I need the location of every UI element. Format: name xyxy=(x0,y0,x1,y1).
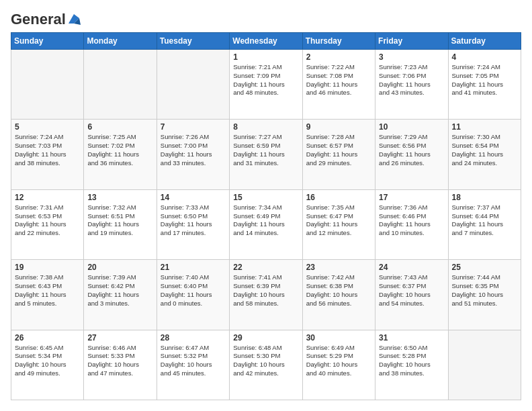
day-info: Sunrise: 7:32 AM Sunset: 6:51 PM Dayligh… xyxy=(87,203,152,238)
page: General SundayMondayTuesdayWednesdayThur… xyxy=(0,0,532,411)
day-number: 30 xyxy=(306,333,371,342)
col-header-sunday: Sunday xyxy=(11,33,84,50)
calendar-cell: 27Sunrise: 6:46 AM Sunset: 5:33 PM Dayli… xyxy=(84,330,157,400)
day-info: Sunrise: 7:26 AM Sunset: 7:00 PM Dayligh… xyxy=(161,133,226,167)
calendar-cell xyxy=(448,330,521,400)
col-header-friday: Friday xyxy=(375,33,448,50)
day-info: Sunrise: 7:25 AM Sunset: 7:02 PM Dayligh… xyxy=(87,133,152,167)
calendar-cell: 25Sunrise: 7:44 AM Sunset: 6:35 PM Dayli… xyxy=(448,260,521,330)
day-number: 1 xyxy=(233,52,298,62)
day-number: 4 xyxy=(452,52,517,62)
day-info: Sunrise: 7:30 AM Sunset: 6:54 PM Dayligh… xyxy=(452,133,517,167)
calendar-week-2: 12Sunrise: 7:31 AM Sunset: 6:53 PM Dayli… xyxy=(11,189,521,259)
calendar-week-1: 5Sunrise: 7:24 AM Sunset: 7:03 PM Daylig… xyxy=(11,120,521,189)
day-number: 12 xyxy=(15,193,80,202)
calendar-cell: 8Sunrise: 7:27 AM Sunset: 6:59 PM Daylig… xyxy=(230,120,302,189)
calendar-cell: 28Sunrise: 6:47 AM Sunset: 5:32 PM Dayli… xyxy=(157,330,229,400)
calendar-cell: 5Sunrise: 7:24 AM Sunset: 7:03 PM Daylig… xyxy=(11,120,84,189)
day-info: Sunrise: 6:49 AM Sunset: 5:29 PM Dayligh… xyxy=(306,344,371,378)
day-number: 18 xyxy=(452,193,517,202)
day-number: 5 xyxy=(15,122,80,132)
col-header-saturday: Saturday xyxy=(448,33,521,50)
day-number: 15 xyxy=(233,193,298,202)
day-info: Sunrise: 7:35 AM Sunset: 6:47 PM Dayligh… xyxy=(306,203,371,238)
day-info: Sunrise: 7:27 AM Sunset: 6:59 PM Dayligh… xyxy=(233,133,298,167)
col-header-tuesday: Tuesday xyxy=(157,33,229,50)
day-info: Sunrise: 6:50 AM Sunset: 5:28 PM Dayligh… xyxy=(379,344,444,378)
calendar-week-0: 1Sunrise: 7:21 AM Sunset: 7:09 PM Daylig… xyxy=(11,50,521,120)
day-number: 28 xyxy=(161,333,226,342)
calendar-cell: 9Sunrise: 7:28 AM Sunset: 6:57 PM Daylig… xyxy=(302,120,375,189)
calendar-cell xyxy=(11,50,84,120)
calendar-cell: 10Sunrise: 7:29 AM Sunset: 6:56 PM Dayli… xyxy=(375,120,448,189)
day-info: Sunrise: 7:23 AM Sunset: 7:06 PM Dayligh… xyxy=(379,63,444,97)
calendar-cell: 7Sunrise: 7:26 AM Sunset: 7:00 PM Daylig… xyxy=(157,120,229,189)
day-info: Sunrise: 7:33 AM Sunset: 6:50 PM Dayligh… xyxy=(161,203,226,238)
day-number: 11 xyxy=(452,122,517,132)
col-header-wednesday: Wednesday xyxy=(230,33,302,50)
day-number: 6 xyxy=(87,122,152,132)
calendar-cell: 26Sunrise: 6:45 AM Sunset: 5:34 PM Dayli… xyxy=(11,330,84,400)
calendar-cell: 4Sunrise: 7:24 AM Sunset: 7:05 PM Daylig… xyxy=(448,50,521,120)
calendar-cell: 12Sunrise: 7:31 AM Sunset: 6:53 PM Dayli… xyxy=(11,189,84,259)
day-info: Sunrise: 7:42 AM Sunset: 6:38 PM Dayligh… xyxy=(306,273,371,308)
day-number: 8 xyxy=(233,122,298,132)
day-info: Sunrise: 7:22 AM Sunset: 7:08 PM Dayligh… xyxy=(306,63,371,97)
day-number: 13 xyxy=(87,193,152,202)
day-info: Sunrise: 7:40 AM Sunset: 6:40 PM Dayligh… xyxy=(161,273,226,308)
day-info: Sunrise: 7:29 AM Sunset: 6:56 PM Dayligh… xyxy=(379,133,444,167)
col-header-thursday: Thursday xyxy=(302,33,375,50)
day-info: Sunrise: 7:41 AM Sunset: 6:39 PM Dayligh… xyxy=(233,273,298,308)
calendar-cell: 29Sunrise: 6:48 AM Sunset: 5:30 PM Dayli… xyxy=(230,330,302,400)
day-number: 26 xyxy=(15,333,80,342)
day-info: Sunrise: 7:39 AM Sunset: 6:42 PM Dayligh… xyxy=(87,273,152,308)
day-number: 31 xyxy=(379,333,444,342)
day-number: 20 xyxy=(87,263,152,272)
calendar-cell: 17Sunrise: 7:36 AM Sunset: 6:46 PM Dayli… xyxy=(375,189,448,259)
day-number: 21 xyxy=(161,263,226,272)
logo-icon xyxy=(67,13,81,26)
calendar-cell: 1Sunrise: 7:21 AM Sunset: 7:09 PM Daylig… xyxy=(230,50,302,120)
calendar-cell: 3Sunrise: 7:23 AM Sunset: 7:06 PM Daylig… xyxy=(375,50,448,120)
day-info: Sunrise: 7:28 AM Sunset: 6:57 PM Dayligh… xyxy=(306,133,371,167)
col-header-monday: Monday xyxy=(84,33,157,50)
day-info: Sunrise: 7:44 AM Sunset: 6:35 PM Dayligh… xyxy=(452,273,517,308)
day-number: 23 xyxy=(306,263,371,272)
day-number: 10 xyxy=(379,122,444,132)
day-number: 3 xyxy=(379,52,444,62)
calendar-cell: 13Sunrise: 7:32 AM Sunset: 6:51 PM Dayli… xyxy=(84,189,157,259)
day-info: Sunrise: 7:38 AM Sunset: 6:43 PM Dayligh… xyxy=(15,273,80,308)
calendar-cell: 6Sunrise: 7:25 AM Sunset: 7:02 PM Daylig… xyxy=(84,120,157,189)
day-info: Sunrise: 7:31 AM Sunset: 6:53 PM Dayligh… xyxy=(15,203,80,238)
day-info: Sunrise: 7:37 AM Sunset: 6:44 PM Dayligh… xyxy=(452,203,517,238)
calendar-cell: 23Sunrise: 7:42 AM Sunset: 6:38 PM Dayli… xyxy=(302,260,375,330)
calendar-cell: 14Sunrise: 7:33 AM Sunset: 6:50 PM Dayli… xyxy=(157,189,229,259)
calendar-cell xyxy=(84,50,157,120)
day-number: 2 xyxy=(306,52,371,62)
day-number: 14 xyxy=(161,193,226,202)
day-info: Sunrise: 6:47 AM Sunset: 5:32 PM Dayligh… xyxy=(161,344,226,378)
day-number: 16 xyxy=(306,193,371,202)
calendar-cell: 2Sunrise: 7:22 AM Sunset: 7:08 PM Daylig… xyxy=(302,50,375,120)
calendar-week-4: 26Sunrise: 6:45 AM Sunset: 5:34 PM Dayli… xyxy=(11,330,521,400)
logo-general: General xyxy=(11,11,66,28)
day-info: Sunrise: 7:34 AM Sunset: 6:49 PM Dayligh… xyxy=(233,203,298,238)
day-number: 24 xyxy=(379,263,444,272)
day-number: 25 xyxy=(452,263,517,272)
calendar-cell: 30Sunrise: 6:49 AM Sunset: 5:29 PM Dayli… xyxy=(302,330,375,400)
calendar-cell: 31Sunrise: 6:50 AM Sunset: 5:28 PM Dayli… xyxy=(375,330,448,400)
day-number: 7 xyxy=(161,122,226,132)
day-info: Sunrise: 6:45 AM Sunset: 5:34 PM Dayligh… xyxy=(15,344,80,378)
calendar-cell: 18Sunrise: 7:37 AM Sunset: 6:44 PM Dayli… xyxy=(448,189,521,259)
day-info: Sunrise: 6:48 AM Sunset: 5:30 PM Dayligh… xyxy=(233,344,298,378)
calendar-cell: 19Sunrise: 7:38 AM Sunset: 6:43 PM Dayli… xyxy=(11,260,84,330)
day-info: Sunrise: 7:21 AM Sunset: 7:09 PM Dayligh… xyxy=(233,63,298,97)
calendar-cell: 22Sunrise: 7:41 AM Sunset: 6:39 PM Dayli… xyxy=(230,260,302,330)
day-number: 27 xyxy=(87,333,152,342)
calendar-cell xyxy=(157,50,229,120)
day-info: Sunrise: 7:24 AM Sunset: 7:05 PM Dayligh… xyxy=(452,63,517,97)
calendar-header-row: SundayMondayTuesdayWednesdayThursdayFrid… xyxy=(11,33,521,50)
day-info: Sunrise: 6:46 AM Sunset: 5:33 PM Dayligh… xyxy=(87,344,152,378)
day-number: 29 xyxy=(233,333,298,342)
day-number: 22 xyxy=(233,263,298,272)
